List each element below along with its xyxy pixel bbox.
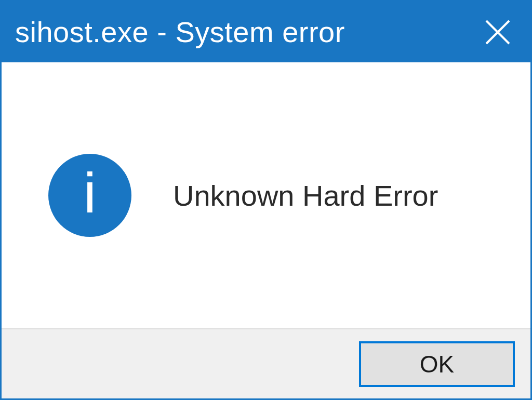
dialog-title: sihost.exe - System error [15, 15, 345, 49]
dialog-content: i Unknown Hard Error [2, 62, 530, 328]
info-icon-glyph: i [84, 164, 96, 226]
ok-button[interactable]: OK [359, 341, 515, 387]
info-icon: i [48, 154, 131, 237]
close-icon [484, 19, 511, 46]
titlebar: sihost.exe - System error [2, 2, 530, 62]
dialog-footer: OK [2, 328, 530, 398]
error-dialog: sihost.exe - System error i Unknown Hard… [0, 0, 532, 400]
error-message: Unknown Hard Error [173, 179, 438, 212]
close-button[interactable] [474, 9, 521, 56]
